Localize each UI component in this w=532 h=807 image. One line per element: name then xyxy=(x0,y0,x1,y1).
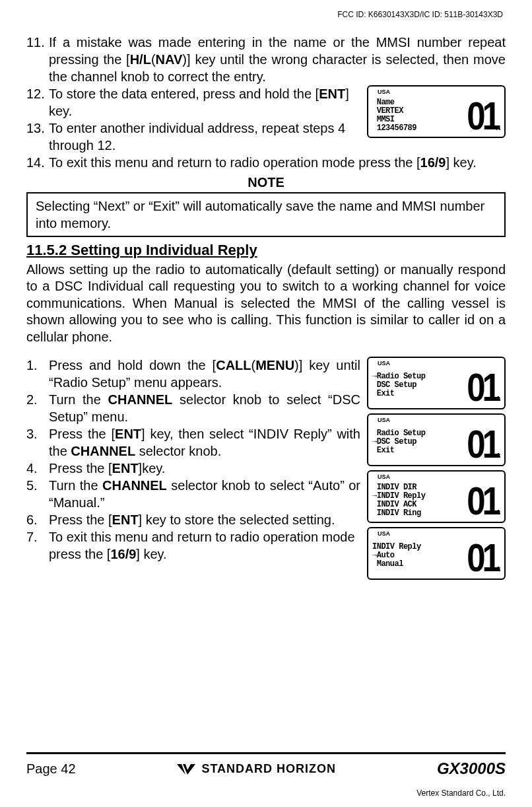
key-169: 16/9 xyxy=(420,155,446,170)
lcd-figure-2d: USA INDIV Reply →Auto Manual 01A xyxy=(367,527,506,580)
step-4: 4. Press the [ENT]key. xyxy=(26,460,360,477)
text: To exit this menu and return to radio op… xyxy=(49,155,420,170)
brand-logo: STANDARD HORIZON xyxy=(176,761,336,776)
text: Press and hold down the [ xyxy=(49,358,216,372)
text: Press the [ xyxy=(49,512,112,527)
step-number: 13. xyxy=(26,120,49,154)
text: To store the data entered, press and hol… xyxy=(49,87,319,101)
fcc-id-line: FCC ID: K6630143X3D/IC ID: 511B-30143X3D xyxy=(26,10,506,19)
lcd-figure-2b: USA Radio Setup →DSC Setup Exit 01A xyxy=(367,413,506,466)
step-14: 14. To exit this menu and return to radi… xyxy=(26,154,506,171)
lcd-usa-label: USA xyxy=(378,88,390,96)
lcd-channel: 01 xyxy=(467,427,498,462)
text: Press the [ xyxy=(49,427,115,441)
lcd-usa-label: USA xyxy=(378,417,390,425)
manufacturer-line: Vertex Standard Co., Ltd. xyxy=(416,789,506,798)
step-2: 2. Turn the CHANNEL selector knob to sel… xyxy=(26,391,360,425)
quoted-manual: Manual xyxy=(53,495,97,510)
text: ] key to store the selected setting. xyxy=(139,512,335,527)
step-number: 11. xyxy=(26,34,49,85)
step-number: 6. xyxy=(26,511,49,528)
text: ] key. xyxy=(136,547,166,561)
text: selector knob to select “ xyxy=(172,392,332,407)
step-7: 7. To exit this menu and return to radio… xyxy=(26,528,360,563)
quoted-indiv-reply: INDIV Reply xyxy=(253,427,327,441)
key-hl: H/L xyxy=(130,52,151,67)
step-number: 5. xyxy=(26,477,49,511)
key-channel: CHANNEL xyxy=(71,444,135,458)
lcd-usa-label: USA xyxy=(378,474,390,481)
text: To exit this menu and return to radio op… xyxy=(49,530,355,561)
text: ( xyxy=(151,52,156,67)
lcd-usa-label: USA xyxy=(378,530,390,538)
text: To enter another individual address, rep… xyxy=(49,120,360,154)
quoted-next: Next xyxy=(98,199,125,213)
text: .” xyxy=(96,495,104,510)
key-call: CALL xyxy=(216,358,251,372)
text: Turn the xyxy=(49,392,108,407)
key-nav: NAV xyxy=(156,52,183,67)
step-number: 4. xyxy=(26,460,49,477)
key-ent: ENT xyxy=(112,512,139,527)
text: ” menu appears. xyxy=(126,375,222,390)
brand-mark-icon xyxy=(176,761,196,776)
lcd-figure-2a: USA →Radio Setup DSC Setup Exit 01A xyxy=(367,357,506,409)
key-ent: ENT xyxy=(319,87,345,101)
text: ] key, then select “ xyxy=(141,427,253,441)
lcd-channel: 01 xyxy=(467,540,498,576)
text: Press the [ xyxy=(49,461,112,475)
key-channel: CHANNEL xyxy=(102,478,167,493)
quoted-exit: Exit xyxy=(153,199,175,213)
key-169: 16/9 xyxy=(110,547,136,561)
text: selector knob to select “ xyxy=(167,478,313,493)
step-13: 13. To enter another individual address,… xyxy=(26,120,360,154)
step-number: 12. xyxy=(26,85,49,120)
lcd-channel: 01 xyxy=(467,483,498,519)
text: Selecting “ xyxy=(36,199,98,213)
step-6: 6. Press the [ENT] key to store the sele… xyxy=(26,511,360,528)
text: ]key. xyxy=(139,461,166,475)
text: ] key. xyxy=(446,155,476,170)
step-number: 3. xyxy=(26,425,49,460)
quoted-radio-setup: Radio Setup xyxy=(53,375,126,390)
text: selector knob. xyxy=(135,444,221,458)
step-number: 2. xyxy=(26,391,49,425)
key-menu: MENU xyxy=(255,358,294,372)
text: ” menu. xyxy=(83,409,128,424)
step-number: 1. xyxy=(26,357,49,391)
text: Turn the xyxy=(49,478,102,493)
step-number: 7. xyxy=(26,528,49,563)
step-11: 11. If a mistake was made entering in th… xyxy=(26,34,506,85)
lcd-figure-1: USA Name VERTEX MMSI 123456789 01 A xyxy=(367,85,506,138)
key-channel: CHANNEL xyxy=(108,392,173,407)
section-paragraph: Allows setting up the radio to automatic… xyxy=(26,262,506,346)
lcd-channel: 01 xyxy=(467,370,498,405)
note-box: Selecting “Next” or “Exit” will automati… xyxy=(26,192,506,237)
lcd-figure-2c: USA INDIV DIR →INDIV Reply INDIV ACK IND… xyxy=(367,470,506,523)
step-1: 1. Press and hold down the [CALL(MENU)] … xyxy=(26,357,360,391)
lcd-channel: 01 xyxy=(467,98,498,134)
brand-text: STANDARD HORIZON xyxy=(201,762,336,776)
section-heading: 11.5.2 Setting up Individual Reply xyxy=(26,241,506,260)
note-heading: NOTE xyxy=(26,174,506,191)
key-ent: ENT xyxy=(115,427,141,441)
lcd-usa-label: USA xyxy=(378,360,390,368)
step-12: 12. To store the data entered, press and… xyxy=(26,85,360,120)
key-ent: ENT xyxy=(112,461,139,475)
step-5: 5. Turn the CHANNEL selector knob to sel… xyxy=(26,477,360,511)
quoted-auto: Auto xyxy=(313,478,340,493)
text: ” or “ xyxy=(125,199,153,213)
page-number: Page 42 xyxy=(26,761,76,777)
model-number: GX3000S xyxy=(437,759,506,778)
step-number: 14. xyxy=(26,154,49,171)
footer-bar: Page 42 STANDARD HORIZON GX3000S xyxy=(26,752,506,778)
step-3: 3. Press the [ENT] key, then select “IND… xyxy=(26,425,360,460)
